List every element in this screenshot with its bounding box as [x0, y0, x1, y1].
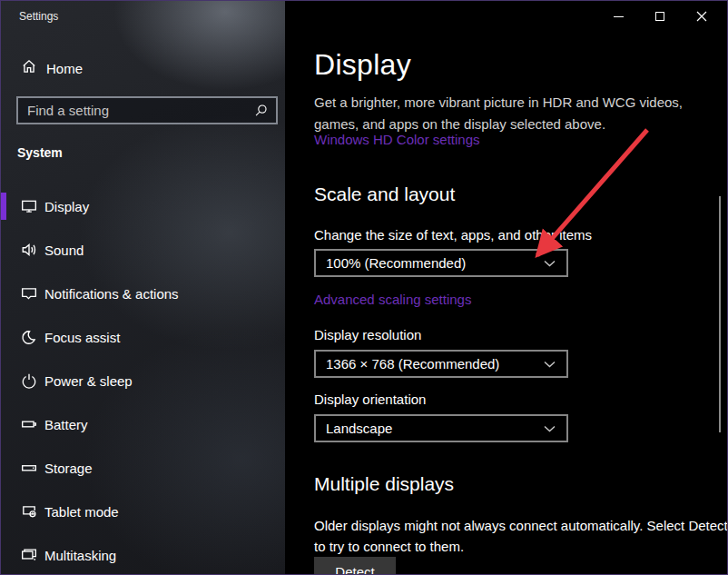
sidebar: Settings Home System Display: [1, 1, 285, 574]
sidebar-item-notifications[interactable]: Notifications & actions: [1, 280, 285, 307]
orientation-dropdown[interactable]: Landscape: [314, 414, 568, 442]
chevron-down-icon: [544, 425, 566, 432]
sidebar-item-label: Power & sleep: [44, 373, 133, 389]
sidebar-item-power-sleep[interactable]: Power & sleep: [1, 367, 285, 394]
multiple-displays-heading: Multiple displays: [314, 473, 454, 495]
sidebar-item-label: Storage: [44, 461, 93, 476]
power-icon: [21, 372, 37, 389]
tablet-mode-icon: [21, 503, 37, 520]
chevron-down-icon: [544, 260, 566, 267]
windows-hd-color-settings-link[interactable]: Windows HD Color settings: [314, 132, 480, 147]
minimize-button[interactable]: [605, 3, 632, 30]
sidebar-item-label: Sound: [44, 243, 84, 258]
orientation-field-label: Display orientation: [314, 392, 426, 407]
advanced-scaling-settings-link[interactable]: Advanced scaling settings: [314, 292, 471, 307]
orientation-dropdown-value: Landscape: [316, 421, 544, 436]
maximize-icon: [655, 12, 664, 21]
sidebar-item-label: Display: [44, 199, 89, 214]
sidebar-item-storage[interactable]: Storage: [1, 454, 285, 481]
sidebar-item-home[interactable]: Home: [1, 55, 285, 82]
minimize-icon: [614, 16, 624, 17]
scale-dropdown[interactable]: 100% (Recommended): [314, 249, 568, 277]
sidebar-item-label: Focus assist: [44, 330, 120, 345]
selection-accent-bar: [1, 193, 6, 220]
sidebar-item-label: Multitasking: [44, 548, 116, 563]
sidebar-item-label: Notifications & actions: [44, 286, 179, 302]
sound-icon: [21, 242, 37, 258]
settings-window: Settings Home System Display: [0, 0, 728, 575]
sidebar-item-label: Battery: [44, 417, 88, 432]
multiple-displays-description: Older displays might not always connect …: [314, 515, 728, 558]
maximize-button[interactable]: [646, 3, 674, 30]
sidebar-item-label: Tablet mode: [44, 504, 119, 520]
chevron-down-icon: [544, 361, 566, 368]
intro-text: Get a brighter, more vibrant picture in …: [314, 92, 728, 135]
battery-icon: [21, 416, 37, 432]
storage-icon: [21, 460, 37, 476]
sidebar-item-sound[interactable]: Sound: [1, 236, 285, 263]
scale-and-layout-heading: Scale and layout: [314, 183, 455, 205]
sidebar-item-display[interactable]: Display: [1, 193, 285, 220]
detect-button[interactable]: Detect: [314, 557, 396, 575]
sidebar-section-header: System: [17, 145, 63, 160]
resolution-dropdown-value: 1366 × 768 (Recommended): [316, 356, 544, 372]
page-title: Display: [314, 48, 411, 82]
sidebar-item-label: Home: [46, 61, 83, 76]
multitasking-icon: [21, 547, 37, 563]
window-caption-controls: [605, 3, 715, 30]
sidebar-item-tablet-mode[interactable]: Tablet mode: [1, 498, 285, 525]
scale-field-label: Change the size of text, apps, and other…: [314, 227, 592, 243]
search-icon[interactable]: [254, 104, 276, 117]
notifications-icon: [21, 285, 37, 302]
sidebar-item-focus-assist[interactable]: Focus assist: [1, 323, 285, 351]
display-icon: [21, 198, 37, 214]
search-box: [16, 96, 278, 124]
app-title: Settings: [19, 10, 58, 23]
close-button[interactable]: [688, 3, 715, 30]
sidebar-item-battery[interactable]: Battery: [1, 411, 285, 438]
resolution-dropdown[interactable]: 1366 × 768 (Recommended): [314, 350, 568, 378]
sidebar-item-multitasking[interactable]: Multitasking: [1, 541, 285, 569]
close-icon: [696, 11, 707, 22]
scale-dropdown-value: 100% (Recommended): [316, 255, 544, 271]
vertical-scrollbar[interactable]: [719, 196, 721, 432]
focus-assist-icon: [21, 329, 37, 345]
main-content: Display Get a brighter, more vibrant pic…: [285, 1, 727, 574]
search-input[interactable]: [18, 98, 254, 123]
home-icon: [21, 58, 37, 78]
resolution-field-label: Display resolution: [314, 327, 421, 342]
